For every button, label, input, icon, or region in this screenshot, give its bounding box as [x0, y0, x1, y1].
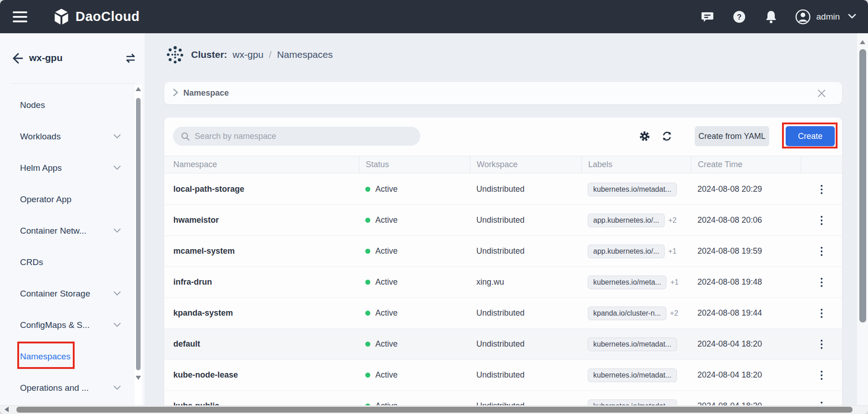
sidebar-item-label: Container Netw...	[20, 226, 86, 236]
breadcrumb-prefix: Cluster:	[191, 49, 227, 60]
labels-cell: kubernetes.io/metadat...	[581, 183, 691, 196]
sidebar-item-label: Workloads	[20, 132, 61, 142]
status-dot-icon	[365, 187, 370, 192]
namespace-name[interactable]: kube-node-lease	[164, 370, 359, 380]
namespace-name[interactable]: default	[164, 339, 359, 349]
kebab-menu-icon[interactable]	[819, 276, 824, 289]
status-cell: Active	[359, 339, 470, 349]
page-horizontal-scrollbar-thumb[interactable]	[16, 407, 853, 413]
sidebar-item-label: CRDs	[20, 257, 43, 267]
workspace-value: Undistributed	[470, 184, 581, 194]
column-header-actions	[801, 156, 842, 173]
sidebar-item-crds[interactable]: CRDs	[0, 246, 135, 278]
table-row[interactable]: kube-node-lease Active Undistributed kub…	[164, 360, 842, 391]
user-name[interactable]: admin	[816, 12, 840, 22]
label-chip[interactable]: kpanda.io/cluster-n...	[588, 307, 666, 320]
kebab-menu-icon[interactable]	[819, 183, 824, 196]
table-row[interactable]: local-path-storage Active Undistributed …	[164, 174, 842, 205]
sidebar-item-configmaps-s[interactable]: ConfigMaps & S...	[0, 309, 135, 341]
sidebar-item-namespaces[interactable]: Namespaces	[0, 341, 135, 372]
table-row[interactable]: mcamel-system Active Undistributed app.k…	[164, 236, 842, 267]
menu-icon[interactable]	[13, 11, 27, 22]
sidebar-scroll-up-icon[interactable]	[136, 87, 141, 91]
label-chip[interactable]: kubernetes.io/metadat...	[588, 337, 677, 351]
label-extra-count[interactable]: +2	[668, 216, 676, 225]
namespace-name[interactable]: infra-drun	[164, 277, 359, 287]
workspace-value: Undistributed	[470, 215, 581, 225]
page-scroll-left-icon[interactable]	[5, 407, 9, 412]
page-vertical-scrollbar-thumb[interactable]	[859, 49, 866, 322]
breadcrumb-separator: /	[269, 49, 272, 60]
sidebar-item-helm-apps[interactable]: Helm Apps	[0, 152, 135, 184]
create-time-value: 2024-08-08 20:06	[691, 215, 801, 225]
close-icon[interactable]	[817, 88, 827, 98]
label-chip[interactable]: app.kubernetes.io/...	[588, 214, 665, 227]
status-dot-icon	[365, 218, 370, 223]
sidebar-item-container-storage[interactable]: Container Storage	[0, 278, 135, 309]
label-chip[interactable]: app.kubernetes.io/...	[588, 245, 665, 258]
label-chip[interactable]: kubernetes.io/meta...	[588, 276, 666, 289]
label-chip[interactable]: kubernetes.io/metadat...	[588, 183, 677, 196]
table-toolbar: Create from YAML Create	[164, 126, 842, 146]
kebab-menu-icon[interactable]	[819, 338, 824, 351]
refresh-icon[interactable]	[661, 131, 672, 142]
breadcrumb-cluster-link[interactable]: wx-gpu	[232, 49, 263, 60]
status-label: Active	[375, 339, 398, 349]
status-cell: Active	[359, 370, 470, 380]
help-icon[interactable]: ?	[732, 9, 747, 25]
brand-logo[interactable]: DaoCloud	[53, 7, 140, 26]
switch-cluster-icon[interactable]	[124, 51, 137, 65]
sidebar-divider	[11, 83, 136, 84]
search-input[interactable]	[195, 132, 404, 141]
back-arrow-icon[interactable]	[10, 51, 24, 65]
labels-cell: kubernetes.io/meta... +1	[581, 276, 691, 289]
column-header-status[interactable]: Status	[359, 156, 470, 173]
chevron-down-icon	[113, 290, 121, 298]
chevron-down-icon[interactable]	[848, 13, 856, 21]
column-header-create-time[interactable]: Create Time	[691, 156, 801, 173]
column-header-namespace[interactable]: Namespace	[164, 156, 359, 173]
sidebar: wx-gpu Nodes Workloads Helm Apps	[0, 33, 145, 414]
gear-icon[interactable]	[639, 131, 650, 142]
kebab-menu-icon[interactable]	[819, 245, 824, 258]
sidebar-item-workloads[interactable]: Workloads	[0, 121, 135, 152]
chevron-right-icon[interactable]	[172, 88, 179, 98]
table-row[interactable]: infra-drun Active xing.wu kubernetes.io/…	[164, 267, 842, 298]
sidebar-item-label: Operator App	[20, 194, 71, 204]
kebab-menu-icon[interactable]	[819, 307, 824, 320]
sidebar-scroll-down-icon[interactable]	[136, 376, 141, 380]
kebab-menu-icon[interactable]	[819, 369, 824, 382]
namespace-name[interactable]: kpanda-system	[164, 308, 359, 318]
namespace-name[interactable]: hwameistor	[164, 215, 359, 225]
column-header-workspace[interactable]: Workspace	[470, 156, 581, 173]
namespace-name[interactable]: mcamel-system	[164, 246, 359, 256]
avatar-icon[interactable]	[795, 9, 811, 25]
labels-cell: kubernetes.io/metadat...	[581, 337, 691, 351]
table-row[interactable]: default Active Undistributed kubernetes.…	[164, 329, 842, 360]
create-from-yaml-button[interactable]: Create from YAML	[695, 126, 769, 146]
sidebar-scrollbar-thumb[interactable]	[136, 98, 141, 370]
create-button[interactable]: Create	[786, 126, 835, 146]
create-time-value: 2024-08-08 19:59	[691, 246, 801, 256]
label-chip[interactable]: kubernetes.io/metadat...	[588, 368, 677, 382]
status-cell: Active	[359, 184, 470, 194]
label-extra-count[interactable]: +1	[670, 278, 678, 286]
namespace-name[interactable]: local-path-storage	[164, 184, 359, 194]
status-label: Active	[375, 370, 398, 380]
column-header-labels[interactable]: Labels	[581, 156, 691, 173]
table-row[interactable]: hwameistor Active Undistributed app.kube…	[164, 205, 842, 236]
bell-icon[interactable]	[763, 9, 779, 25]
sidebar-item-nodes[interactable]: Nodes	[0, 89, 135, 121]
sidebar-item-container-netw[interactable]: Container Netw...	[0, 215, 135, 246]
status-label: Active	[375, 308, 398, 318]
chat-icon[interactable]	[700, 9, 715, 25]
sidebar-item-operations-and[interactable]: Operations and ...	[0, 372, 135, 404]
table-row[interactable]: kpanda-system Active Undistributed kpand…	[164, 298, 842, 329]
sidebar-item-operator-app[interactable]: Operator App	[0, 184, 135, 215]
label-extra-count[interactable]: +1	[668, 247, 676, 256]
workspace-value: Undistributed	[470, 370, 581, 380]
page-scroll-up-icon[interactable]	[860, 40, 865, 44]
label-extra-count[interactable]: +2	[670, 309, 678, 317]
table-body: local-path-storage Active Undistributed …	[164, 174, 842, 414]
kebab-menu-icon[interactable]	[819, 214, 824, 227]
